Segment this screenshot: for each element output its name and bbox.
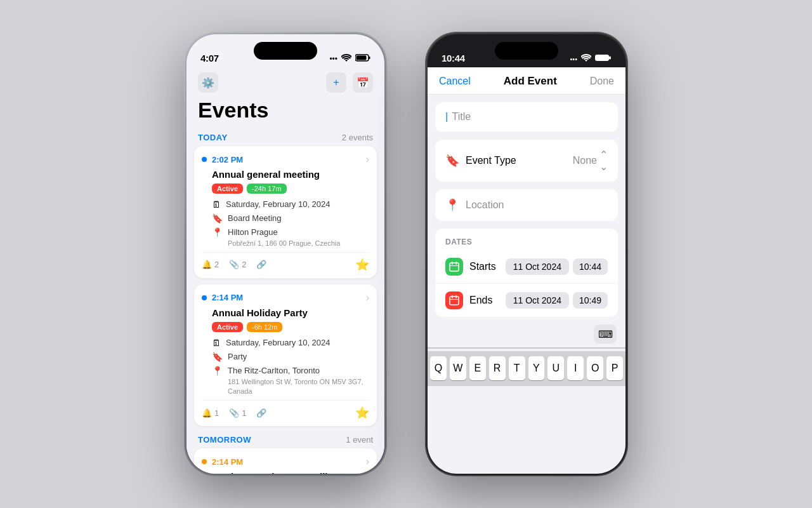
scene: 4:07 ••• ⚙️	[0, 0, 812, 508]
dates-label: DATES	[435, 229, 618, 250]
signal-icon-right: •••	[570, 55, 577, 63]
tomorrow-count: 1 event	[346, 435, 373, 444]
left-phone: 4:07 ••• ⚙️	[184, 32, 387, 476]
event-location-name-2: The Ritz-Carlton, Toronto	[228, 365, 369, 377]
keyboard-dismiss-button[interactable]: ⌨	[594, 324, 617, 344]
event-card-2[interactable]: 2:14 PM › Annual Holiday Party Active -6…	[194, 284, 377, 426]
toolbar-right: + 📅	[326, 72, 373, 93]
date-icon-2: 🗓	[212, 338, 221, 348]
event-time-1: 2:02 PM	[212, 155, 243, 164]
event-type-row[interactable]: 🔖 Event Type None ⌃⌄	[435, 140, 618, 182]
starts-time[interactable]: 10:44	[573, 258, 608, 275]
attach-icon-1: 📎	[229, 260, 239, 269]
event-date-2: Saturday, February 10, 2024	[226, 337, 331, 349]
event-location-addr-1: Pobřežní 1, 186 00 Prague, Czechia	[228, 239, 340, 248]
location-icon-1: 📍	[212, 227, 223, 237]
cancel-button[interactable]: Cancel	[439, 76, 471, 87]
dates-section: DATES Starts 11 Oct 2024 10:	[435, 229, 618, 317]
key-p[interactable]: P	[606, 356, 623, 380]
ends-left: Ends	[445, 291, 492, 309]
ends-row[interactable]: Ends 11 Oct 2024 10:49	[435, 284, 618, 317]
key-i[interactable]: I	[567, 356, 584, 380]
today-label: TODAY	[198, 133, 228, 142]
title-placeholder: Title	[452, 111, 471, 122]
badge-time-2: -6h 12m	[247, 322, 282, 332]
date-icon-1: 🗓	[212, 199, 221, 210]
modal-title: Add Event	[504, 75, 557, 88]
event-date-1: Saturday, February 10, 2024	[226, 199, 331, 210]
calendar-view-button[interactable]: 📅	[353, 72, 373, 93]
wifi-icon-right	[581, 54, 591, 64]
svg-rect-11	[456, 295, 457, 298]
event-location-name-1: Hilton Prague	[228, 227, 340, 238]
today-count: 2 events	[342, 133, 373, 142]
star-item-1[interactable]: ⭐	[355, 258, 369, 272]
svg-rect-8	[450, 265, 459, 266]
event-type-value-row: None ⌃⌄	[573, 149, 608, 173]
starts-left: Starts	[445, 258, 496, 276]
right-phone: 10:44 ••• Cancel Add Eve	[425, 32, 628, 476]
event-footer-1: 🔔 2 📎 2 🔗 ⭐	[202, 252, 369, 272]
svg-rect-2	[369, 57, 370, 59]
battery-icon-left	[355, 54, 370, 64]
dynamic-island-right	[495, 42, 558, 60]
event-chevron-3: ›	[366, 456, 369, 467]
key-o[interactable]: O	[587, 356, 603, 380]
svg-rect-9	[450, 297, 459, 305]
add-event-content: Cancel Add Event Done | Title	[428, 67, 625, 474]
settings-button[interactable]: ⚙️	[198, 72, 218, 93]
title-section: | Title	[435, 102, 618, 132]
event-badges-2: Active -6h 12m	[202, 322, 369, 332]
signal-icon-left: •••	[329, 55, 337, 64]
starts-pills: 11 Oct 2024 10:44	[506, 258, 608, 275]
starts-date[interactable]: 11 Oct 2024	[506, 258, 569, 275]
event-time-2: 2:14 PM	[212, 293, 243, 302]
type-icon-2: 🔖	[212, 352, 223, 362]
location-section: 📍 Location	[435, 189, 618, 221]
key-t[interactable]: T	[509, 356, 525, 380]
wifi-icon-left	[341, 54, 351, 64]
tomorrow-section-header: TOMORROW 1 event	[187, 432, 384, 448]
key-q[interactable]: Q	[430, 356, 447, 380]
keyboard-separator	[428, 347, 625, 349]
tomorrow-label: TOMORROW	[198, 435, 251, 444]
event-type-icon: 🔖	[445, 154, 459, 168]
bell-item-2: 🔔 1	[202, 408, 219, 418]
today-section-header: TODAY 2 events	[187, 130, 384, 146]
app-title: Events	[187, 95, 384, 130]
ends-cal-icon	[445, 291, 463, 309]
ends-label: Ends	[469, 295, 492, 306]
key-e[interactable]: E	[469, 356, 486, 380]
add-event-button[interactable]: +	[326, 72, 346, 93]
key-y[interactable]: Y	[528, 356, 545, 380]
event-card-1[interactable]: 2:02 PM › Annual general meeting Active …	[194, 146, 377, 278]
ends-time[interactable]: 10:49	[573, 292, 608, 309]
title-row[interactable]: | Title	[435, 102, 618, 132]
event-card-3[interactable]: 2:14 PM › Product Roadmap Unveiling	[194, 448, 377, 474]
done-button[interactable]: Done	[590, 76, 614, 87]
link-icon-1: 🔗	[256, 260, 266, 269]
starts-row[interactable]: Starts 11 Oct 2024 10:44	[435, 250, 618, 284]
event-meta-1: 🗓 Saturday, February 10, 2024 🔖 Board Me…	[202, 199, 369, 248]
event-dot-2	[202, 295, 207, 300]
event-badges-1: Active -24h 17m	[202, 184, 369, 194]
ends-pills: 11 Oct 2024 10:49	[506, 292, 608, 309]
badge-active-1: Active	[212, 184, 243, 194]
location-placeholder: Location	[466, 199, 504, 211]
key-w[interactable]: W	[450, 356, 466, 380]
badge-active-2: Active	[212, 322, 243, 332]
ends-date[interactable]: 11 Oct 2024	[506, 292, 569, 309]
key-u[interactable]: U	[547, 356, 564, 380]
bell-icon-1: 🔔	[202, 260, 212, 269]
text-cursor: |	[445, 111, 448, 122]
svg-rect-3	[595, 55, 609, 61]
bell-item-1: 🔔 2	[202, 260, 219, 269]
event-dot-1	[202, 157, 207, 162]
event-dot-3	[202, 459, 207, 464]
key-r[interactable]: R	[489, 356, 506, 380]
location-row[interactable]: 📍 Location	[435, 189, 618, 221]
location-icon-2: 📍	[212, 366, 223, 376]
star-item-2[interactable]: ⭐	[355, 406, 369, 420]
event-type-1: Board Meeting	[228, 213, 282, 224]
link-item-1: 🔗	[256, 260, 266, 269]
